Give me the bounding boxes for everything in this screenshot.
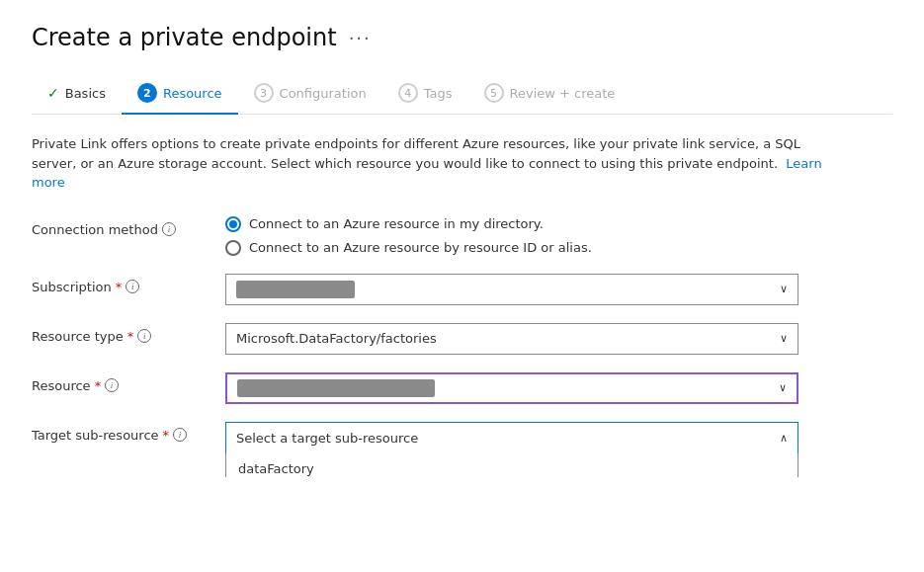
connection-method-label: Connection method i (32, 216, 210, 237)
basics-check-icon: ✓ (47, 85, 59, 101)
target-sub-resource-container: Select a target sub-resource ∧ dataFacto… (225, 422, 798, 453)
target-sub-resource-required: * (163, 428, 170, 443)
resource-row: Resource * i ∨ (32, 372, 892, 404)
target-sub-resource-label: Target sub-resource * i (32, 422, 210, 443)
review-tab-circle: 5 (484, 83, 504, 103)
tab-tags[interactable]: 4 Tags (382, 75, 468, 115)
tab-resource-label: Resource (163, 86, 222, 101)
resource-type-row: Resource type * i Microsoft.DataFactory/… (32, 323, 892, 355)
tab-basics[interactable]: ✓ Basics (32, 77, 122, 113)
resource-type-control: Microsoft.DataFactory/factories ∨ (225, 323, 798, 355)
tab-review-create-label: Review + create (510, 86, 616, 101)
subscription-required: * (116, 280, 123, 294)
subscription-info-icon[interactable]: i (126, 280, 139, 293)
radio-resource-id-circle (225, 240, 241, 256)
connection-method-row: Connection method i Connect to an Azure … (32, 216, 892, 256)
target-sub-resource-menu: dataFactory portal (225, 453, 798, 477)
target-sub-resource-chevron-icon: ∧ (780, 432, 788, 445)
page-title: Create a private endpoint (32, 24, 337, 51)
resource-tab-circle: 2 (137, 83, 157, 103)
resource-type-info-icon[interactable]: i (137, 329, 151, 343)
target-sub-resource-info-icon[interactable]: i (173, 428, 187, 442)
radio-directory[interactable]: Connect to an Azure resource in my direc… (225, 216, 798, 232)
resource-form: Connection method i Connect to an Azure … (32, 216, 892, 453)
dropdown-item-datafactory[interactable]: dataFactory (226, 453, 798, 477)
tab-tags-label: Tags (424, 86, 453, 101)
subscription-value (236, 281, 355, 298)
resource-type-chevron-icon: ∨ (780, 332, 788, 345)
resource-dropdown[interactable]: ∨ (225, 372, 798, 404)
connection-method-control: Connect to an Azure resource in my direc… (225, 216, 798, 256)
resource-control: ∨ (225, 372, 798, 404)
tags-tab-circle: 4 (398, 83, 418, 103)
resource-label: Resource * i (32, 372, 210, 393)
resource-chevron-icon: ∨ (779, 381, 787, 394)
radio-directory-circle (225, 216, 241, 232)
resource-type-value: Microsoft.DataFactory/factories (236, 331, 437, 346)
subscription-label: Subscription * i (32, 274, 210, 294)
resource-type-label: Resource type * i (32, 323, 210, 344)
tab-basics-label: Basics (65, 86, 106, 101)
resource-value (237, 379, 435, 397)
resource-info-icon[interactable]: i (105, 378, 119, 392)
ellipsis-menu-button[interactable]: ··· (349, 28, 372, 48)
tab-configuration-label: Configuration (280, 86, 367, 101)
subscription-dropdown[interactable]: ∨ (225, 274, 798, 305)
subscription-control: ∨ (225, 274, 798, 305)
radio-resource-id[interactable]: Connect to an Azure resource by resource… (225, 240, 798, 256)
target-sub-resource-dropdown[interactable]: Select a target sub-resource ∧ (225, 422, 798, 453)
tab-configuration[interactable]: 3 Configuration (238, 75, 382, 115)
resource-required: * (95, 378, 102, 393)
configuration-tab-circle: 3 (254, 83, 274, 103)
target-sub-resource-row: Target sub-resource * i Select a target … (32, 422, 892, 453)
tab-review-create[interactable]: 5 Review + create (468, 75, 631, 115)
tab-resource[interactable]: 2 Resource (122, 75, 238, 115)
resource-type-dropdown[interactable]: Microsoft.DataFactory/factories ∨ (225, 323, 798, 355)
subscription-chevron-icon: ∨ (780, 283, 788, 295)
subscription-row: Subscription * i ∨ (32, 274, 892, 305)
connection-method-info-icon[interactable]: i (162, 222, 176, 236)
connection-method-radio-group: Connect to an Azure resource in my direc… (225, 216, 798, 256)
page-header: Create a private endpoint ··· (32, 24, 892, 51)
target-sub-resource-control: Select a target sub-resource ∧ dataFacto… (225, 422, 798, 453)
target-sub-resource-placeholder: Select a target sub-resource (236, 431, 418, 446)
section-description: Private Link offers options to create pr… (32, 134, 842, 193)
resource-type-required: * (127, 329, 134, 344)
wizard-tabs: ✓ Basics 2 Resource 3 Configuration 4 Ta… (32, 75, 892, 115)
